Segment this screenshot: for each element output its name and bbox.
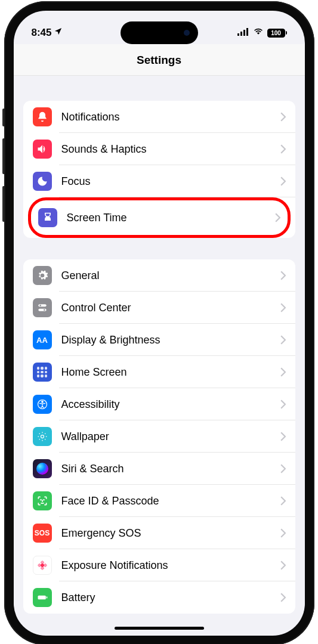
- row-focus[interactable]: Focus: [23, 165, 295, 197]
- settings-group-1: Notifications Sounds & Haptics Focus: [23, 101, 295, 238]
- phone-frame: 8:45 100 Set: [4, 1, 314, 644]
- row-sos[interactable]: SOS Emergency SOS: [23, 517, 295, 549]
- page-title: Settings: [14, 54, 305, 67]
- row-general[interactable]: General: [23, 259, 295, 292]
- svg-rect-1: [240, 32, 242, 36]
- row-label: Siri & Search: [61, 463, 280, 475]
- controlcenter-icon: [33, 298, 52, 317]
- sounds-icon: [33, 140, 52, 159]
- battery-icon: [33, 588, 52, 607]
- chevron-right-icon: [280, 593, 286, 602]
- row-siri[interactable]: Siri & Search: [23, 453, 295, 485]
- dynamic-island: [121, 21, 198, 44]
- svg-rect-4: [38, 304, 46, 306]
- svg-point-9: [41, 401, 43, 403]
- row-label: Face ID & Passcode: [61, 495, 280, 507]
- row-label: Notifications: [61, 111, 280, 123]
- svg-point-6: [39, 305, 41, 306]
- settings-group-2: General Control Center AA Display & Brig…: [23, 259, 295, 614]
- focus-icon: [33, 172, 52, 191]
- row-label: Focus: [61, 175, 280, 188]
- row-label: Display & Brightness: [61, 334, 280, 346]
- svg-point-11: [41, 500, 41, 500]
- svg-rect-5: [38, 309, 46, 311]
- chevron-right-icon: [280, 400, 286, 409]
- chevron-right-icon: [280, 177, 286, 186]
- wallpaper-icon: [33, 427, 52, 446]
- row-sounds[interactable]: Sounds & Haptics: [23, 133, 295, 165]
- row-controlcenter[interactable]: Control Center: [23, 292, 295, 324]
- status-time: 8:45: [32, 27, 52, 39]
- svg-rect-2: [243, 30, 245, 36]
- cellular-icon: [237, 27, 249, 39]
- wifi-icon: [253, 27, 264, 39]
- exposure-icon: [33, 556, 52, 575]
- chevron-right-icon: [280, 144, 286, 154]
- chevron-right-icon: [280, 528, 286, 538]
- phone-screen: 8:45 100 Set: [14, 11, 305, 636]
- svg-rect-13: [38, 596, 45, 600]
- content-scroll[interactable]: Notifications Sounds & Haptics Focus: [14, 76, 305, 636]
- row-label: Battery: [61, 592, 280, 604]
- row-exposure[interactable]: Exposure Notifications: [23, 549, 295, 581]
- row-label: Accessibility: [61, 398, 280, 411]
- row-label: Screen Time: [67, 212, 275, 224]
- chevron-right-icon: [275, 213, 280, 222]
- chevron-right-icon: [280, 271, 286, 280]
- row-label: Emergency SOS: [61, 527, 280, 540]
- siri-icon: [33, 459, 52, 478]
- row-display[interactable]: AA Display & Brightness: [23, 324, 295, 356]
- chevron-right-icon: [280, 335, 286, 345]
- notifications-icon: [33, 107, 52, 126]
- row-notifications[interactable]: Notifications: [23, 101, 295, 133]
- chevron-right-icon: [280, 464, 286, 473]
- svg-point-7: [44, 309, 45, 311]
- svg-rect-3: [246, 28, 248, 36]
- row-homescreen[interactable]: Home Screen: [23, 356, 295, 388]
- chevron-right-icon: [280, 432, 286, 441]
- row-screentime[interactable]: Screen Time: [33, 202, 285, 234]
- row-accessibility[interactable]: Accessibility: [23, 388, 295, 420]
- side-buttons: [2, 109, 4, 234]
- homescreen-icon: [33, 363, 52, 382]
- row-label: Sounds & Haptics: [61, 143, 280, 156]
- display-icon: AA: [33, 330, 52, 349]
- sos-icon: SOS: [33, 524, 52, 543]
- home-indicator[interactable]: [115, 627, 204, 630]
- chevron-right-icon: [280, 112, 286, 122]
- highlight-annotation: Screen Time: [28, 197, 291, 238]
- general-icon: [33, 266, 52, 285]
- battery-level: 100: [271, 30, 281, 36]
- faceid-icon: [33, 491, 52, 510]
- row-faceid[interactable]: Face ID & Passcode: [23, 485, 295, 517]
- row-label: Exposure Notifications: [61, 559, 280, 572]
- battery-icon: 100: [267, 29, 287, 38]
- row-label: Control Center: [61, 302, 280, 314]
- accessibility-icon: [33, 395, 52, 414]
- svg-point-10: [41, 435, 44, 438]
- row-label: Wallpaper: [61, 431, 280, 443]
- row-battery[interactable]: Battery: [23, 581, 295, 614]
- svg-point-12: [44, 500, 44, 500]
- row-wallpaper[interactable]: Wallpaper: [23, 420, 295, 453]
- chevron-right-icon: [280, 496, 286, 506]
- nav-header: Settings: [14, 44, 305, 76]
- chevron-right-icon: [280, 367, 286, 377]
- row-label: Home Screen: [61, 366, 280, 379]
- svg-rect-14: [46, 596, 47, 598]
- svg-rect-0: [237, 33, 239, 36]
- location-icon: [54, 27, 63, 39]
- row-label: General: [61, 270, 280, 282]
- chevron-right-icon: [280, 561, 286, 570]
- screentime-icon: [38, 208, 57, 227]
- chevron-right-icon: [280, 303, 286, 312]
